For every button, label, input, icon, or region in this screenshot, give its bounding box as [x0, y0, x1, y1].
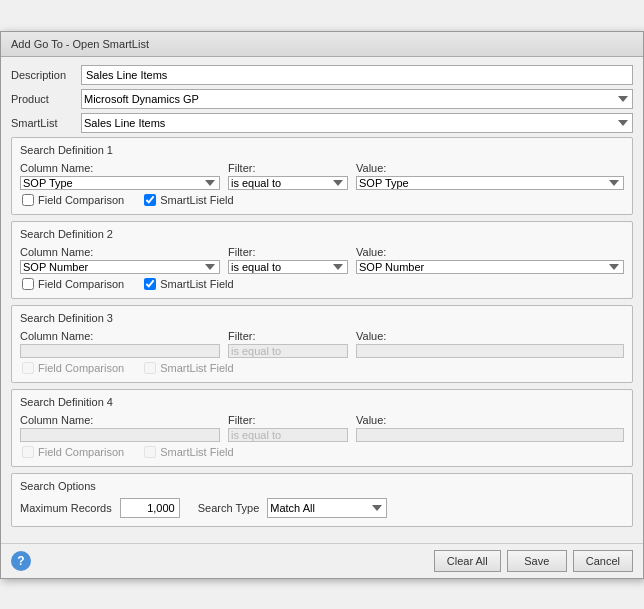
clear-all-button[interactable]: Clear All — [434, 550, 501, 572]
value-label-3: Value: — [356, 330, 624, 342]
search-def-group-4: Search Definition 4Column Name:Filter:is… — [11, 389, 633, 467]
title-bar: Add Go To - Open SmartList — [1, 32, 643, 57]
search-defs-container: Search Definition 1Column Name:SOP TypeF… — [11, 137, 633, 467]
search-def-legend-3: Search Definition 3 — [20, 312, 624, 324]
search-options-group: Search Options Maximum Records Search Ty… — [11, 473, 633, 527]
smartlist-field-checkbox-3 — [144, 362, 156, 374]
smartlist-label: SmartList — [11, 117, 81, 129]
footer-buttons: Clear All Save Cancel — [434, 550, 633, 572]
product-label: Product — [11, 93, 81, 105]
description-input[interactable] — [81, 65, 633, 85]
field-comparison-item-3: Field Comparison — [22, 362, 124, 374]
field-comparison-checkbox-3 — [22, 362, 34, 374]
smartlist-field-label-2: SmartList Field — [160, 278, 233, 290]
column-name-select-3[interactable] — [20, 344, 220, 358]
field-comparison-checkbox-4 — [22, 446, 34, 458]
filter-label-4: Filter: — [228, 414, 348, 426]
smartlist-field-item-4: SmartList Field — [144, 446, 233, 458]
checkbox-row-1: Field ComparisonSmartList Field — [20, 194, 624, 206]
max-records-label: Maximum Records — [20, 502, 112, 514]
column-name-label-4: Column Name: — [20, 414, 220, 426]
filter-select-2[interactable]: is equal tois not equal tois greater tha… — [228, 260, 348, 274]
search-type-label: Search Type — [198, 502, 260, 514]
smartlist-field-label-4: SmartList Field — [160, 446, 233, 458]
smartlist-field-checkbox-4 — [144, 446, 156, 458]
search-def-group-3: Search Definition 3Column Name:Filter:is… — [11, 305, 633, 383]
dialog-window: Add Go To - Open SmartList Description P… — [0, 31, 644, 579]
search-def-legend-1: Search Definition 1 — [20, 144, 624, 156]
footer: ? Clear All Save Cancel — [1, 543, 643, 578]
value-select-4[interactable] — [356, 428, 624, 442]
filter-label-3: Filter: — [228, 330, 348, 342]
description-label: Description — [11, 69, 81, 81]
column-name-label-2: Column Name: — [20, 246, 220, 258]
value-label-2: Value: — [356, 246, 624, 258]
smartlist-row: SmartList Sales Line Items — [11, 113, 633, 133]
value-select-2[interactable]: SOP Number — [356, 260, 624, 274]
search-def-group-2: Search Definition 2Column Name:SOP Numbe… — [11, 221, 633, 299]
product-select[interactable]: Microsoft Dynamics GP — [81, 89, 633, 109]
column-name-select-1[interactable]: SOP Type — [20, 176, 220, 190]
product-row: Product Microsoft Dynamics GP — [11, 89, 633, 109]
field-comparison-label-3: Field Comparison — [38, 362, 124, 374]
column-name-select-4[interactable] — [20, 428, 220, 442]
search-options-legend: Search Options — [20, 480, 624, 492]
column-name-select-2[interactable]: SOP Number — [20, 260, 220, 274]
filter-select-1[interactable]: is equal tois not equal tois greater tha… — [228, 176, 348, 190]
filter-select-3[interactable]: is equal tois not equal tois greater tha… — [228, 344, 348, 358]
search-def-fields-row-1: Column Name:SOP TypeFilter:is equal tois… — [20, 162, 624, 190]
value-label-1: Value: — [356, 162, 624, 174]
checkbox-row-4: Field ComparisonSmartList Field — [20, 446, 624, 458]
value-select-1[interactable]: SOP Type — [356, 176, 624, 190]
field-comparison-label-1: Field Comparison — [38, 194, 124, 206]
smartlist-field-checkbox-2[interactable] — [144, 278, 156, 290]
cancel-button[interactable]: Cancel — [573, 550, 633, 572]
value-label-4: Value: — [356, 414, 624, 426]
field-comparison-item-1: Field Comparison — [22, 194, 124, 206]
search-def-group-1: Search Definition 1Column Name:SOP TypeF… — [11, 137, 633, 215]
column-name-label-1: Column Name: — [20, 162, 220, 174]
search-def-fields-row-4: Column Name:Filter:is equal tois not equ… — [20, 414, 624, 442]
help-button[interactable]: ? — [11, 551, 31, 571]
smartlist-select[interactable]: Sales Line Items — [81, 113, 633, 133]
smartlist-field-item-3: SmartList Field — [144, 362, 233, 374]
field-comparison-label-2: Field Comparison — [38, 278, 124, 290]
smartlist-field-label-3: SmartList Field — [160, 362, 233, 374]
smartlist-field-item-2: SmartList Field — [144, 278, 233, 290]
field-comparison-label-4: Field Comparison — [38, 446, 124, 458]
search-def-fields-row-3: Column Name:Filter:is equal tois not equ… — [20, 330, 624, 358]
max-records-input[interactable] — [120, 498, 180, 518]
save-button[interactable]: Save — [507, 550, 567, 572]
filter-select-4[interactable]: is equal tois not equal tois greater tha… — [228, 428, 348, 442]
smartlist-field-checkbox-1[interactable] — [144, 194, 156, 206]
search-type-select[interactable]: Match All Match Any — [267, 498, 387, 518]
description-row: Description — [11, 65, 633, 85]
dialog-content: Description Product Microsoft Dynamics G… — [1, 57, 643, 543]
dialog-title: Add Go To - Open SmartList — [11, 38, 149, 50]
smartlist-field-label-1: SmartList Field — [160, 194, 233, 206]
checkbox-row-2: Field ComparisonSmartList Field — [20, 278, 624, 290]
filter-label-1: Filter: — [228, 162, 348, 174]
column-name-label-3: Column Name: — [20, 330, 220, 342]
checkbox-row-3: Field ComparisonSmartList Field — [20, 362, 624, 374]
field-comparison-item-4: Field Comparison — [22, 446, 124, 458]
search-def-legend-2: Search Definition 2 — [20, 228, 624, 240]
search-def-fields-row-2: Column Name:SOP NumberFilter:is equal to… — [20, 246, 624, 274]
field-comparison-item-2: Field Comparison — [22, 278, 124, 290]
smartlist-field-item-1: SmartList Field — [144, 194, 233, 206]
search-options-row: Maximum Records Search Type Match All Ma… — [20, 498, 624, 518]
field-comparison-checkbox-1[interactable] — [22, 194, 34, 206]
search-def-legend-4: Search Definition 4 — [20, 396, 624, 408]
filter-label-2: Filter: — [228, 246, 348, 258]
field-comparison-checkbox-2[interactable] — [22, 278, 34, 290]
value-select-3[interactable] — [356, 344, 624, 358]
help-icon: ? — [17, 554, 24, 568]
